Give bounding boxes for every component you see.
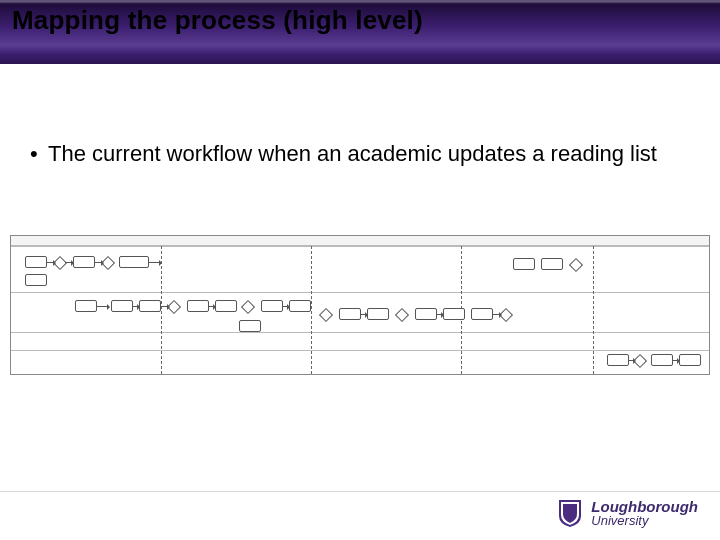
process-node: [651, 354, 673, 366]
bullet-item: • The current workflow when an academic …: [30, 140, 680, 168]
phase-divider: [311, 246, 312, 374]
arrow-icon: [47, 262, 55, 263]
process-node: [75, 300, 97, 312]
bullet-block: • The current workflow when an academic …: [30, 140, 680, 168]
shield-icon: [557, 498, 583, 528]
arrow-icon: [133, 306, 139, 307]
arrow-icon: [673, 360, 679, 361]
process-node: [119, 256, 149, 268]
phase-divider: [593, 246, 594, 374]
diagram-header: [11, 236, 709, 246]
process-node: [513, 258, 535, 270]
workflow-diagram: [10, 235, 710, 375]
arrow-icon: [283, 306, 289, 307]
arrow-icon: [361, 314, 367, 315]
arrow-icon: [97, 306, 109, 307]
process-node: [25, 274, 47, 286]
process-node: [25, 256, 47, 268]
process-node: [339, 308, 361, 320]
process-node: [261, 300, 283, 312]
swimlane: [11, 246, 709, 292]
process-node: [415, 308, 437, 320]
arrow-icon: [629, 360, 635, 361]
arrow-icon: [209, 306, 215, 307]
process-node: [239, 320, 261, 332]
arrow-icon: [95, 262, 103, 263]
arrow-icon: [161, 306, 169, 307]
arrow-icon: [65, 262, 73, 263]
bullet-dot-icon: •: [30, 140, 48, 168]
logo-line2: University: [591, 514, 698, 527]
swimlane: [11, 332, 709, 350]
university-logo: Loughborough University: [557, 498, 698, 528]
process-node: [541, 258, 563, 270]
bullet-text: The current workflow when an academic up…: [48, 140, 680, 168]
logo-text: Loughborough University: [591, 499, 698, 527]
swimlane: [11, 350, 709, 375]
arrow-icon: [493, 314, 501, 315]
process-node: [607, 354, 629, 366]
arrow-icon: [149, 262, 161, 263]
title-bar: Mapping the process (high level): [0, 0, 720, 64]
slide-title: Mapping the process (high level): [12, 5, 423, 36]
footer-divider: [0, 491, 720, 492]
process-node: [187, 300, 209, 312]
arrow-icon: [437, 314, 443, 315]
slide: Mapping the process (high level) • The c…: [0, 0, 720, 540]
process-node: [111, 300, 133, 312]
process-node: [471, 308, 493, 320]
